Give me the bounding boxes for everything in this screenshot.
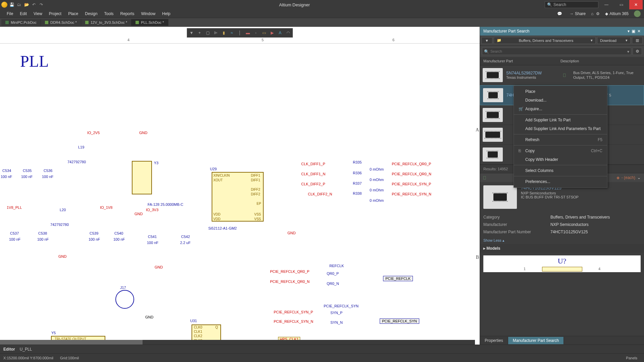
tab-pll[interactable]: PLL.SchDoc * [131,19,168,26]
ctx-place[interactable]: Place [514,87,607,96]
menu-place[interactable]: Place [65,10,82,17]
global-search[interactable]: 🔍 Search [545,1,598,8]
net-qr0n: QR0_N [327,282,339,286]
menu-view[interactable]: View [30,10,46,17]
panel-header: Manufacturer Part Search ▾ ▣ ✕ [480,27,644,36]
part-desc: Bus Driver, ALS Series, 1-Func, True Out… [573,70,641,80]
filter-icon[interactable]: ▼ [188,29,195,37]
comp-j17[interactable] [115,290,134,309]
select-icon[interactable]: ▢ [204,29,211,37]
part-detail-panel: 74HCT1G125GV125 NXP Semiconductors IC BU… [480,182,644,336]
search-settings-icon[interactable]: ⚙ [633,48,642,55]
net-pcieqr0p2: PCIE_REFCLK_QR0_P [270,269,309,274]
text-icon[interactable]: A [276,29,284,37]
panel-dropdown-icon[interactable]: ▾ [628,29,630,34]
lifecycle-icon: ◈ [616,175,620,180]
editor-sheet[interactable]: U_PLL [20,347,32,352]
ctx-copy-header[interactable]: Copy With Header [514,155,607,164]
net-gnd5: GND [58,254,66,258]
menu-design[interactable]: Design [82,10,101,17]
document-tabs: MiniPC.PcbDoc DDR4.SchDoc * 12V_to_3V3.S… [0,18,644,27]
net-1v8-pll: 1V8_PLL [7,205,22,209]
minimize-button[interactable]: — [600,0,613,9]
align-icon[interactable]: ⊫ [212,29,219,37]
comp-y3[interactable] [132,161,152,194]
highlight-icon[interactable]: ▮ [220,29,227,37]
menu-tools[interactable]: Tools [101,10,117,17]
maximize-button[interactable]: ▭ [614,0,628,9]
models-section[interactable]: ▸ Models [480,244,644,253]
ctx-download[interactable]: Download... [514,96,607,105]
layout-toggle-icon[interactable]: ▥ [632,37,643,44]
harness-pcie-refclk: PCIE_REFCLK [383,276,413,281]
ctx-preferences[interactable]: Preferences... [514,177,607,186]
tab-minipc[interactable]: MiniPC.PcbDoc [1,19,41,26]
pin-diff1b: DIFF1 [251,178,260,182]
category-dropdown[interactable]: 📁 Buffers, Drivers and Transceivers ▾ [494,37,596,44]
power-icon[interactable]: ◦ [252,29,260,37]
open-icon[interactable]: 📂 [23,2,30,8]
crosshair-icon[interactable]: + [196,29,203,37]
show-less-link[interactable]: Show Less ▴ [480,237,644,244]
menu-window[interactable]: Window [138,10,159,17]
harness-pcie-syn: PCIE_REFCLK_SYN [380,318,419,324]
part-icon[interactable]: ▬ [244,29,252,37]
filter-toggle-icon[interactable]: ▼ [481,37,492,44]
schematic-canvas[interactable]: ▼ + ▢ ⊫ ▮ ≈ │ ▬ ◦ ▭ ▶ A ◠ 4 5 6 PLL A B … [0,27,480,345]
panel-close-icon[interactable]: ✕ [637,29,641,34]
menu-help[interactable]: Help [159,10,174,17]
ctx-acquire[interactable]: 🛒Acquire... [514,105,607,113]
panels-button[interactable]: Panels [623,355,641,361]
ref-c538: C538 [38,231,47,235]
save-all-icon[interactable]: 🗂 [16,2,22,8]
ctx-sep [514,134,607,134]
status-coords: X:15200.000mil Y:8700.000mil [3,356,53,360]
part-search-input[interactable] [482,48,631,55]
menu-edit[interactable]: Edit [16,10,30,17]
pin-clk2: CLK2 [194,334,202,338]
directive-icon[interactable]: ▶ [268,29,276,37]
parts-list[interactable]: SN74ALS29827DW Texas Instruments ⎕ Bus D… [480,65,644,165]
tab-ddr4[interactable]: DDR4.SchDoc * [41,19,81,26]
ctx-add-link-params[interactable]: Add Supplier Link And Parameters To Part [514,124,607,133]
part-row[interactable]: SN74ALS29827DW Texas Instruments ⎕ Bus D… [480,65,644,85]
undo-icon[interactable]: ↶ [31,2,37,8]
scrollbar-horizontal[interactable] [0,340,475,345]
ctx-add-link[interactable]: Add Supplier Link To Part [514,116,607,124]
val-c537: 100 nF [9,237,20,241]
redo-icon[interactable]: ↷ [38,2,44,8]
ctx-refresh[interactable]: RefreshF5 [514,135,607,144]
tab-properties[interactable]: Properties [480,337,508,344]
tab-12v[interactable]: 12V_to_3V3.SchDoc * [81,19,131,26]
expand-icon[interactable]: ⌄ [637,175,641,180]
menu-file[interactable]: File [3,10,16,17]
menu-reports[interactable]: Reports [117,10,138,17]
search-dropdown-icon[interactable]: ▾ [627,49,629,54]
tab-mps[interactable]: Manufacturer Part Search [508,337,564,344]
note-icon[interactable]: ▭ [260,29,268,37]
model-preview[interactable]: U? 1 4 [483,255,641,272]
ctx-copy[interactable]: ⎘CopyCtrl+C [514,146,607,155]
settings-icon[interactable]: ⚙ [596,11,600,16]
user-avatar-icon[interactable] [634,10,641,17]
share-button[interactable]: → Share [567,11,588,17]
panel-max-icon[interactable]: ▣ [632,29,635,34]
header-desc[interactable]: Description [560,59,579,63]
close-button[interactable]: ✕ [629,0,643,9]
schematic-sheet[interactable]: PLL A B IO_2V5 GND 1V8_PLL IO_1V8 GND IO… [0,44,480,345]
header-part[interactable]: Manufacturer Part [483,59,560,63]
titlebar: 💾 🗂 📂 ↶ ↷ Altium Designer 🔍 Search — ▭ ✕ [0,0,644,9]
pin-vdd1: VDD [213,213,220,216]
net-icon[interactable]: ≈ [228,29,235,37]
save-icon[interactable]: 💾 [9,2,15,8]
download-dropdown[interactable]: Download ▾ [597,37,631,44]
net-pciesynp: PCIE_REFCLK_SYN_P [392,182,431,186]
home-icon[interactable]: ⌂ [591,11,593,16]
menu-project[interactable]: Project [46,10,65,17]
ctx-select-cols[interactable]: Select Columns [514,166,607,175]
arc-icon[interactable]: ◠ [284,29,292,37]
bus-icon[interactable]: │ [236,29,244,37]
altium365-button[interactable]: ◆ Altium 365 [602,11,631,17]
net-clkdiff2p: CLK_DIFF2_P [301,182,325,186]
notification-icon[interactable]: 💬 [555,11,564,17]
